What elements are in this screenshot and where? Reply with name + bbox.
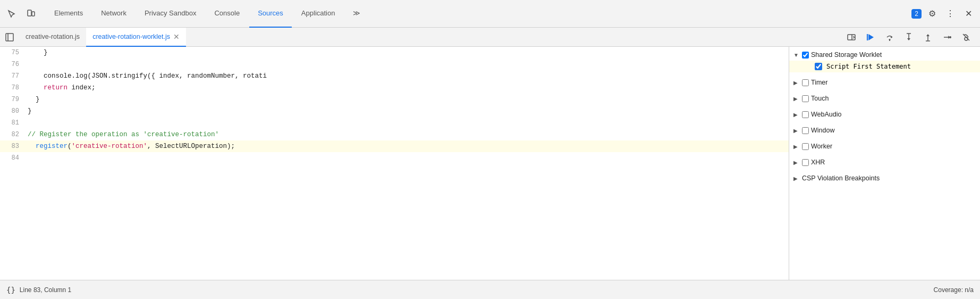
touch-header[interactable]: ▶ Touch	[789, 93, 980, 104]
file-tabs-bar: creative-rotation.js creative-rotation-w…	[0, 28, 980, 47]
worker-checkbox[interactable]	[802, 143, 809, 150]
code-line-80: 80 }	[0, 105, 789, 117]
line-number: 75	[0, 47, 26, 59]
code-line-84: 84	[0, 152, 789, 164]
tab-more[interactable]: ≫	[344, 0, 369, 28]
line-number: 80	[0, 105, 26, 117]
tab-elements[interactable]: Elements	[46, 0, 91, 28]
line-content: return index;	[26, 82, 96, 94]
file-tab-creative-rotation[interactable]: creative-rotation.js	[19, 28, 86, 47]
code-line-77: 77 console.log(JSON.stringify({ index, r…	[0, 70, 789, 82]
timer-checkbox[interactable]	[802, 79, 809, 86]
code-editor[interactable]: 75 } 76 77 console.log(JSON.stringify({ …	[0, 47, 789, 280]
file-tab-right-controls	[844, 30, 978, 45]
xhr-checkbox[interactable]	[802, 159, 809, 166]
sidebar-toggle-icon[interactable]	[2, 30, 17, 45]
svg-rect-2	[6, 34, 13, 41]
code-line-81: 81	[0, 117, 789, 129]
shared-storage-worklet-section: ▼ Shared Storage Worklet Script First St…	[789, 47, 980, 74]
line-content: }	[26, 105, 32, 117]
script-first-statement-label: Script First Statement	[826, 63, 911, 70]
line-number: 79	[0, 94, 26, 105]
code-line-83: 83 register('creative-rotation', SelectU…	[0, 140, 789, 152]
chevron-right-icon: ▶	[793, 112, 800, 118]
settings-icon[interactable]: ⚙	[925, 6, 940, 21]
select-element-icon[interactable]	[4, 6, 19, 21]
status-bar: {} Line 83, Column 1 Coverage: n/a	[0, 280, 980, 299]
code-line-78: 78 return index;	[0, 82, 789, 94]
line-number: 81	[0, 117, 26, 129]
code-line-79: 79 }	[0, 94, 789, 105]
line-number: 82	[0, 129, 26, 140]
step-over-button[interactable]	[882, 30, 897, 45]
main-content: 75 } 76 77 console.log(JSON.stringify({ …	[0, 47, 980, 280]
xhr-label: XHR	[811, 159, 825, 166]
window-header[interactable]: ▶ Window	[789, 124, 980, 136]
cursor-position: Line 83, Column 1	[20, 286, 71, 294]
worker-label: Worker	[811, 143, 832, 150]
coverage-label: Coverage: n/a	[934, 286, 974, 294]
chevron-right-icon: ▶	[793, 80, 800, 86]
notification-badge[interactable]: 2	[911, 9, 922, 19]
xhr-header[interactable]: ▶ XHR	[789, 156, 980, 168]
shared-storage-worklet-checkbox[interactable]	[802, 52, 809, 59]
file-tab-close-icon[interactable]: ✕	[173, 33, 180, 40]
tab-sources[interactable]: Sources	[249, 0, 292, 28]
line-number: 84	[0, 152, 26, 164]
worker-section: ▶ Worker	[789, 138, 980, 154]
svg-marker-6	[868, 34, 874, 40]
line-content: register('creative-rotation', SelectURLO…	[26, 140, 235, 152]
tab-application[interactable]: Application	[293, 0, 344, 28]
timer-header[interactable]: ▶ Timer	[789, 77, 980, 88]
file-tab-creative-rotation-worklet[interactable]: creative-rotation-worklet.js ✕	[86, 28, 186, 47]
tab-privacy-sandbox[interactable]: Privacy Sandbox	[136, 0, 205, 28]
timer-section: ▶ Timer	[789, 74, 980, 90]
step-button[interactable]	[940, 30, 954, 45]
csp-header[interactable]: ▶ CSP Violation Breakpoints	[789, 172, 980, 184]
script-first-statement-item[interactable]: Script First Statement	[789, 61, 980, 72]
pretty-print-icon[interactable]: {}	[6, 286, 15, 294]
close-devtools-icon[interactable]: ✕	[961, 6, 976, 21]
status-left: {} Line 83, Column 1	[6, 286, 71, 294]
line-content: }	[26, 47, 48, 59]
shared-storage-worklet-header[interactable]: ▼ Shared Storage Worklet	[789, 49, 980, 61]
touch-section: ▶ Touch	[789, 90, 980, 106]
resume-button[interactable]	[863, 30, 878, 45]
devtools-right-icons: 2 ⚙ ⋮ ✕	[911, 6, 976, 21]
webaudio-section: ▶ WebAudio	[789, 106, 980, 122]
tab-console[interactable]: Console	[206, 0, 248, 28]
xhr-section: ▶ XHR	[789, 154, 980, 170]
svg-marker-10	[889, 39, 891, 41]
shared-storage-worklet-label: Shared Storage Worklet	[811, 51, 882, 59]
chevron-right-icon: ▶	[793, 96, 800, 102]
deactivate-breakpoints-button[interactable]	[959, 30, 974, 45]
file-tab-active-label: creative-rotation-worklet.js	[92, 33, 170, 40]
svg-marker-12	[907, 38, 910, 40]
line-number: 76	[0, 59, 26, 70]
svg-rect-1	[32, 12, 35, 16]
script-first-statement-checkbox[interactable]	[815, 63, 822, 70]
chevron-right-icon: ▶	[793, 144, 800, 150]
worker-header[interactable]: ▶ Worker	[789, 140, 980, 152]
line-content: // Register the operation as 'creative-r…	[26, 129, 219, 140]
line-content: console.log(JSON.stringify({ index, rand…	[26, 70, 267, 82]
touch-checkbox[interactable]	[802, 95, 809, 102]
svg-rect-0	[28, 10, 31, 16]
chevron-right-icon: ▶	[793, 128, 800, 134]
webaudio-header[interactable]: ▶ WebAudio	[789, 109, 980, 120]
tab-network[interactable]: Network	[92, 0, 135, 28]
code-line-76: 76	[0, 59, 789, 70]
device-mode-icon[interactable]	[23, 6, 38, 21]
webaudio-checkbox[interactable]	[802, 111, 809, 118]
more-options-icon[interactable]: ⋮	[943, 6, 958, 21]
window-checkbox[interactable]	[802, 127, 809, 134]
step-out-button[interactable]	[920, 30, 935, 45]
toggle-panel-icon[interactable]	[844, 30, 859, 45]
devtools-tab-bar: Elements Network Privacy Sandbox Console…	[0, 0, 980, 28]
line-content: }	[26, 94, 40, 105]
webaudio-label: WebAudio	[811, 111, 841, 118]
svg-rect-4	[848, 35, 855, 40]
code-lines: 75 } 76 77 console.log(JSON.stringify({ …	[0, 47, 789, 164]
csp-section: ▶ CSP Violation Breakpoints	[789, 170, 980, 186]
step-into-button[interactable]	[901, 30, 916, 45]
